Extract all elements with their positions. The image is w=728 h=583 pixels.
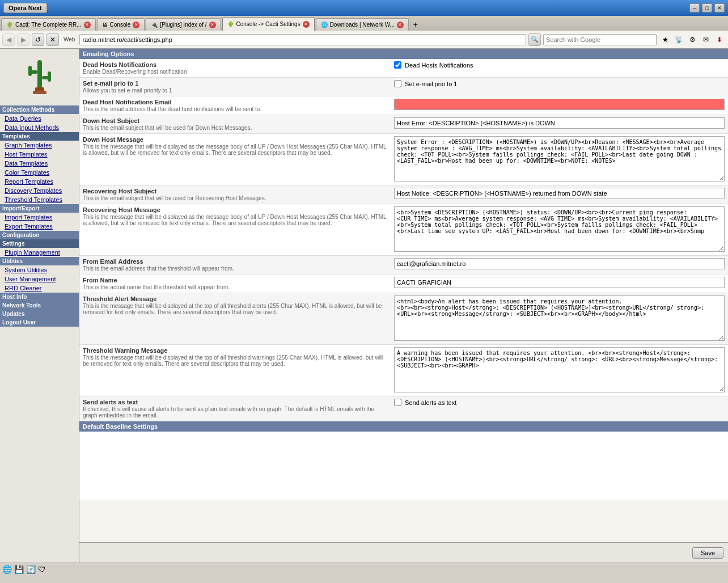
save-bar: Save — [79, 542, 728, 563]
label-desc-recovering_host_message: This is the message that will be display… — [83, 214, 387, 226]
tab-icon-tab3: 🔌 — [151, 22, 158, 28]
tab-tab3[interactable]: 🔌[Plugins] Index of /✕ — [146, 18, 221, 31]
settings-control-set_email_prio: Set e-mail prio to 1 — [391, 78, 728, 96]
textarea-threshold_alert[interactable]: <html><body>An alert has been issued tha… — [394, 295, 725, 341]
maximize-button[interactable]: □ — [702, 3, 712, 12]
sidebar-item-plugin-management[interactable]: Plugin Management — [0, 248, 79, 257]
checkbox-set_email_prio[interactable] — [394, 80, 401, 87]
input-recovering_host_subject[interactable] — [394, 188, 725, 199]
settings-control-recovering_host_subject — [391, 185, 728, 204]
location-label: Web — [61, 36, 77, 43]
label-desc-threshold_alert: This is the message that will be display… — [83, 303, 387, 315]
tab-close-tab2[interactable]: ✕ — [133, 22, 139, 28]
settings-label-down_host_message: Down Host MessageThis is the message tha… — [79, 134, 391, 185]
tab-close-tab3[interactable]: ✕ — [209, 22, 216, 28]
sidebar-section-configuration[interactable]: Configuration — [0, 231, 79, 239]
sidebar-section-updates[interactable]: Updates — [0, 310, 79, 318]
cactus-logo — [20, 54, 60, 100]
search-button[interactable]: 🔍 — [528, 33, 541, 46]
sidebar-item-rrd-cleaner[interactable]: RRD Cleaner — [0, 284, 79, 293]
settings-icon[interactable]: ⚙ — [686, 33, 699, 46]
settings-row-recovering_host_subject: Recovering Host SubjectThis is the email… — [79, 185, 728, 204]
settings-label-dead_hosts_notifications: Dead Hosts NotificationsEnable Dead/Reco… — [79, 59, 391, 78]
forward-button[interactable]: ▶ — [17, 33, 29, 46]
minimize-button[interactable]: ─ — [689, 3, 700, 12]
tab-tab1[interactable]: 🌵Cacti: The Complete RR...✕ — [1, 18, 96, 31]
settings-label-set_email_prio: Set e-mail prio to 1Allows you to set e-… — [79, 78, 391, 96]
input-down_host_subject[interactable] — [394, 117, 725, 129]
checkbox-dead_hosts_notifications[interactable] — [394, 61, 401, 69]
sidebar-item-system-utilities[interactable]: System Utilities — [0, 265, 79, 274]
sidebar-section-host-info[interactable]: Host Info — [0, 293, 79, 301]
search-input[interactable] — [543, 34, 657, 45]
url-bar[interactable] — [79, 34, 526, 45]
settings-label-recovering_host_subject: Recovering Host SubjectThis is the email… — [79, 185, 391, 204]
reload-button[interactable]: ↺ — [32, 33, 44, 46]
mail-icon[interactable]: ✉ — [700, 33, 712, 46]
opera-menu-button[interactable]: Opera Next — [3, 3, 47, 13]
sidebar-section-network-tools[interactable]: Network Tools — [0, 301, 79, 310]
sidebar-section-settings[interactable]: Settings — [0, 239, 79, 248]
settings-label-down_host_subject: Down Host SubjectThis is the email subje… — [79, 115, 391, 134]
input-from_name[interactable] — [394, 277, 725, 288]
sidebar-item-graph-templates[interactable]: Graph Templates — [0, 141, 79, 150]
label-title-dead_hosts_notifications: Dead Hosts Notifications — [83, 61, 387, 68]
save-button[interactable]: Save — [692, 547, 723, 559]
textarea-down_host_message[interactable]: System Error : <DESCRIPTION> (<HOSTNAME>… — [394, 136, 725, 181]
tab-close-tab5[interactable]: ✕ — [397, 22, 404, 28]
settings-row-from_name: From NameThis is the actual name that th… — [79, 274, 728, 293]
sidebar-section-logout-user[interactable]: Logout User — [0, 318, 79, 327]
sidebar-item-import-templates[interactable]: Import Templates — [0, 213, 79, 222]
svg-rect-4 — [48, 71, 51, 82]
sidebar-section-import/export[interactable]: Import/Export — [0, 204, 79, 213]
settings-label-send_alerts_as_text: Send alerts as textIf checked, this will… — [79, 396, 391, 421]
close-button[interactable]: ✕ — [714, 3, 725, 12]
settings-control-threshold_alert: <html><body>An alert has been issued tha… — [391, 293, 728, 345]
sidebar-section-utilities[interactable]: Utilities — [0, 257, 79, 265]
main-layout: Collection MethodsData QueriesData Input… — [0, 49, 728, 563]
sidebar-section-templates[interactable]: Templates — [0, 132, 79, 141]
tab-tab4[interactable]: 🌵Console -> Cacti Settings✕ — [222, 17, 315, 31]
sidebar-item-threshold-templates[interactable]: Threshold Templates — [0, 195, 79, 204]
sidebar-item-host-templates[interactable]: Host Templates — [0, 150, 79, 159]
tab-tab2[interactable]: 🖥Console✕ — [97, 18, 145, 31]
sidebar-item-data-templates[interactable]: Data Templates — [0, 159, 79, 168]
tab-close-tab1[interactable]: ✕ — [84, 22, 91, 28]
sidebar-item-color-templates[interactable]: Color Templates — [0, 168, 79, 177]
back-button[interactable]: ◀ — [2, 33, 15, 46]
textarea-threshold_warning[interactable]: A warning has been issued that requires … — [394, 347, 725, 392]
download-status-icon: 💾 — [14, 565, 24, 574]
settings-row-set_email_prio: Set e-mail prio to 1Allows you to set e-… — [79, 78, 728, 96]
input-dead_host_email[interactable] — [394, 99, 725, 110]
sidebar-section-collection-methods[interactable]: Collection Methods — [0, 105, 79, 114]
status-bar: 🌐 💾 🔄 🛡 — [0, 563, 728, 575]
sidebar-item-data-queries[interactable]: Data Queries — [0, 114, 79, 123]
baseline-settings-header: Default Baseline Settings — [79, 421, 728, 432]
settings-label-from_email: From Email AddressThis is the email addr… — [79, 256, 391, 274]
checkbox-send_alerts_as_text[interactable] — [394, 399, 401, 406]
stop-button[interactable]: ✕ — [46, 33, 59, 46]
label-title-down_host_message: Down Host Message — [83, 136, 387, 143]
label-title-recovering_host_subject: Recovering Host Subject — [83, 188, 387, 195]
sidebar-item-data-input-methods[interactable]: Data Input Methods — [0, 123, 79, 132]
sidebar-item-user-management[interactable]: User Management — [0, 274, 79, 284]
textarea-recovering_host_message[interactable]: <br>System <DESCRIPTION> (<HOSTNAME>) st… — [394, 206, 725, 252]
input-from_email[interactable] — [394, 258, 725, 269]
add-tab-button[interactable]: + — [410, 18, 421, 31]
tab-tab5[interactable]: 🌐Downloads | Network W...✕ — [316, 18, 409, 31]
sidebar-item-export-templates[interactable]: Export Templates — [0, 222, 79, 231]
settings-control-send_alerts_as_text: Send alerts as text — [391, 396, 728, 421]
settings-label-dead_host_email: Dead Host Notifications EmailThis is the… — [79, 96, 391, 115]
settings-control-dead_hosts_notifications: Dead Hosts Notifications — [391, 59, 728, 78]
label-desc-set_email_prio: Allows you to set e-mail priority to 1 — [83, 87, 387, 94]
settings-control-threshold_warning: A warning has been issued that requires … — [391, 345, 728, 396]
bookmark-icon[interactable]: ★ — [659, 33, 671, 46]
tab-close-tab4[interactable]: ✕ — [303, 21, 310, 28]
sidebar-item-report-templates[interactable]: Report Templates — [0, 177, 79, 186]
download-icon[interactable]: ⬇ — [713, 33, 726, 46]
checkbox-label-send_alerts_as_text: Send alerts as text — [405, 399, 456, 406]
settings-row-recovering_host_message: Recovering Host MessageThis is the messa… — [79, 204, 728, 256]
label-desc-recovering_host_subject: This is the email subject that will be u… — [83, 195, 387, 201]
sidebar-item-discovery-templates[interactable]: Discovery Templates — [0, 186, 79, 195]
rss-icon[interactable]: 📡 — [672, 33, 685, 46]
